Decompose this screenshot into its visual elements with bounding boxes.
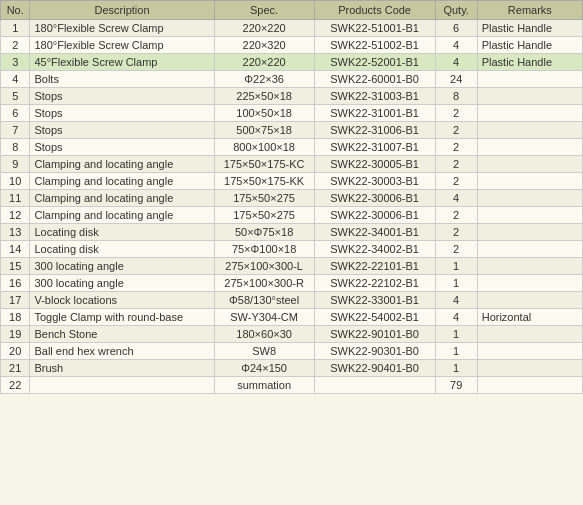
table-row: 345°Flexible Screw Clamp220×220SWK22-520…: [1, 54, 583, 71]
cell-remarks: [477, 190, 582, 207]
cell-qty: 1: [435, 326, 477, 343]
cell-remarks: [477, 241, 582, 258]
cell-description: [30, 377, 214, 394]
cell-remarks: [477, 139, 582, 156]
cell-spec: 175×50×175-KC: [214, 156, 314, 173]
cell-code: SWK22-60001-B0: [314, 71, 435, 88]
cell-code: SWK22-90301-B0: [314, 343, 435, 360]
parts-table: No. Description Spec. Products Code Quty…: [0, 0, 583, 394]
cell-no: 22: [1, 377, 30, 394]
table-row: 6Stops100×50×18SWK22-31001-B12: [1, 105, 583, 122]
cell-remarks: [477, 377, 582, 394]
cell-description: Stops: [30, 105, 214, 122]
cell-qty: 4: [435, 309, 477, 326]
cell-no: 11: [1, 190, 30, 207]
table-row: 2180°Flexible Screw Clamp220×320SWK22-51…: [1, 37, 583, 54]
cell-qty: 4: [435, 190, 477, 207]
cell-spec: SW-Y304-CM: [214, 309, 314, 326]
cell-qty: 2: [435, 173, 477, 190]
cell-remarks: [477, 71, 582, 88]
cell-remarks: [477, 88, 582, 105]
cell-spec: Φ22×36: [214, 71, 314, 88]
table-row: 8Stops800×100×18SWK22-31007-B12: [1, 139, 583, 156]
cell-description: Clamping and locating angle: [30, 173, 214, 190]
cell-no: 5: [1, 88, 30, 105]
cell-remarks: Plastic Handle: [477, 54, 582, 71]
cell-remarks: [477, 122, 582, 139]
cell-code: SWK22-31006-B1: [314, 122, 435, 139]
cell-code: SWK22-33001-B1: [314, 292, 435, 309]
cell-description: Bench Stone: [30, 326, 214, 343]
table-row: 10Clamping and locating angle175×50×175-…: [1, 173, 583, 190]
cell-no: 8: [1, 139, 30, 156]
table-row: 7Stops500×75×18SWK22-31006-B12: [1, 122, 583, 139]
table-row: 12Clamping and locating angle175×50×275S…: [1, 207, 583, 224]
cell-spec: 500×75×18: [214, 122, 314, 139]
cell-spec: 275×100×300-R: [214, 275, 314, 292]
cell-qty: 1: [435, 275, 477, 292]
cell-spec: 75×Φ100×18: [214, 241, 314, 258]
cell-remarks: [477, 224, 582, 241]
cell-qty: 24: [435, 71, 477, 88]
cell-spec: 225×50×18: [214, 88, 314, 105]
cell-code: SWK22-30006-B1: [314, 190, 435, 207]
cell-no: 20: [1, 343, 30, 360]
cell-qty: 2: [435, 139, 477, 156]
header-qty: Quty.: [435, 1, 477, 20]
cell-spec: 175×50×175-KK: [214, 173, 314, 190]
cell-qty: 79: [435, 377, 477, 394]
cell-description: Stops: [30, 88, 214, 105]
cell-qty: 8: [435, 88, 477, 105]
cell-no: 12: [1, 207, 30, 224]
cell-code: SWK22-51001-B1: [314, 20, 435, 37]
cell-remarks: Plastic Handle: [477, 37, 582, 54]
table-row: 1180°Flexible Screw Clamp220×220SWK22-51…: [1, 20, 583, 37]
cell-spec: 275×100×300-L: [214, 258, 314, 275]
cell-no: 2: [1, 37, 30, 54]
cell-code: SWK22-31001-B1: [314, 105, 435, 122]
table-row: 20Ball end hex wrenchSW8SWK22-90301-B01: [1, 343, 583, 360]
table-row: 18Toggle Clamp with round-baseSW-Y304-CM…: [1, 309, 583, 326]
cell-qty: 2: [435, 156, 477, 173]
cell-no: 21: [1, 360, 30, 377]
cell-qty: 4: [435, 54, 477, 71]
cell-spec: 800×100×18: [214, 139, 314, 156]
cell-code: SWK22-31003-B1: [314, 88, 435, 105]
cell-spec: 175×50×275: [214, 190, 314, 207]
cell-no: 10: [1, 173, 30, 190]
cell-remarks: [477, 173, 582, 190]
cell-remarks: [477, 258, 582, 275]
cell-remarks: [477, 156, 582, 173]
cell-spec: Φ24×150: [214, 360, 314, 377]
cell-no: 17: [1, 292, 30, 309]
cell-spec: 220×220: [214, 54, 314, 71]
cell-code: SWK22-30005-B1: [314, 156, 435, 173]
cell-code: SWK22-54002-B1: [314, 309, 435, 326]
cell-remarks: Plastic Handle: [477, 20, 582, 37]
cell-description: 300 locating angle: [30, 258, 214, 275]
cell-qty: 4: [435, 37, 477, 54]
cell-qty: 1: [435, 343, 477, 360]
cell-no: 19: [1, 326, 30, 343]
table-row: 13Locating disk50×Φ75×18SWK22-34001-B12: [1, 224, 583, 241]
cell-no: 16: [1, 275, 30, 292]
cell-code: SWK22-30003-B1: [314, 173, 435, 190]
table-row: 4BoltsΦ22×36SWK22-60001-B024: [1, 71, 583, 88]
cell-qty: 4: [435, 292, 477, 309]
table-row: 14Locating disk75×Φ100×18SWK22-34002-B12: [1, 241, 583, 258]
cell-description: Clamping and locating angle: [30, 207, 214, 224]
cell-no: 7: [1, 122, 30, 139]
cell-code: SWK22-30006-B1: [314, 207, 435, 224]
table-row: 5Stops225×50×18SWK22-31003-B18: [1, 88, 583, 105]
cell-code: SWK22-22101-B1: [314, 258, 435, 275]
cell-spec: 220×320: [214, 37, 314, 54]
cell-spec: 220×220: [214, 20, 314, 37]
table-header-row: No. Description Spec. Products Code Quty…: [1, 1, 583, 20]
cell-remarks: [477, 360, 582, 377]
cell-description: 180°Flexible Screw Clamp: [30, 20, 214, 37]
cell-no: 3: [1, 54, 30, 71]
cell-spec: 180×60×30: [214, 326, 314, 343]
cell-no: 14: [1, 241, 30, 258]
cell-no: 15: [1, 258, 30, 275]
cell-code: SWK22-22102-B1: [314, 275, 435, 292]
